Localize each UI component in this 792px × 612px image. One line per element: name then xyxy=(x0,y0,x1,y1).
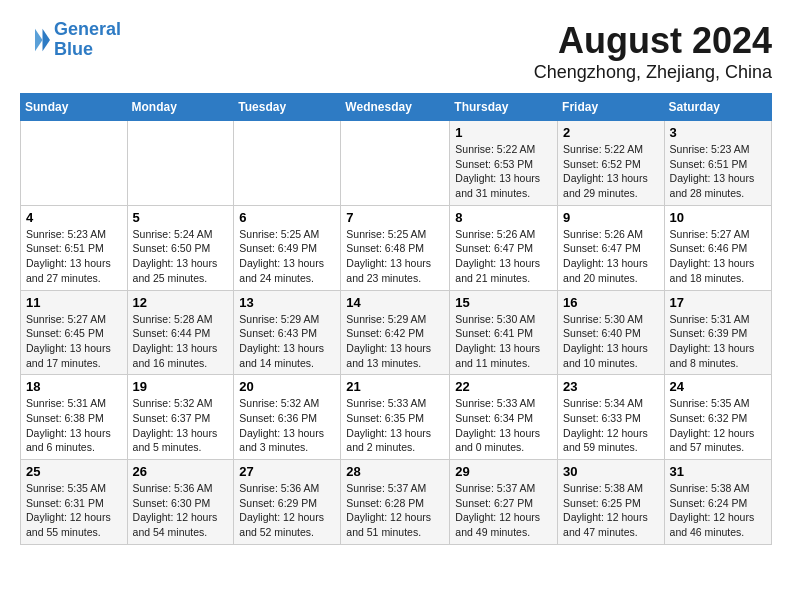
day-info: Sunrise: 5:22 AM Sunset: 6:53 PM Dayligh… xyxy=(455,142,552,201)
day-info: Sunrise: 5:38 AM Sunset: 6:24 PM Dayligh… xyxy=(670,481,766,540)
day-info: Sunrise: 5:23 AM Sunset: 6:51 PM Dayligh… xyxy=(26,227,122,286)
logo-icon xyxy=(20,25,50,55)
day-cell: 18Sunrise: 5:31 AM Sunset: 6:38 PM Dayli… xyxy=(21,375,128,460)
day-number: 8 xyxy=(455,210,552,225)
day-cell: 28Sunrise: 5:37 AM Sunset: 6:28 PM Dayli… xyxy=(341,460,450,545)
day-cell: 16Sunrise: 5:30 AM Sunset: 6:40 PM Dayli… xyxy=(558,290,665,375)
day-info: Sunrise: 5:36 AM Sunset: 6:30 PM Dayligh… xyxy=(133,481,229,540)
day-number: 31 xyxy=(670,464,766,479)
day-info: Sunrise: 5:31 AM Sunset: 6:38 PM Dayligh… xyxy=(26,396,122,455)
calendar: SundayMondayTuesdayWednesdayThursdayFrid… xyxy=(20,93,772,545)
day-info: Sunrise: 5:26 AM Sunset: 6:47 PM Dayligh… xyxy=(455,227,552,286)
day-number: 4 xyxy=(26,210,122,225)
week-row-5: 25Sunrise: 5:35 AM Sunset: 6:31 PM Dayli… xyxy=(21,460,772,545)
day-cell: 27Sunrise: 5:36 AM Sunset: 6:29 PM Dayli… xyxy=(234,460,341,545)
day-cell: 1Sunrise: 5:22 AM Sunset: 6:53 PM Daylig… xyxy=(450,121,558,206)
month-title: August 2024 xyxy=(534,20,772,62)
day-cell xyxy=(127,121,234,206)
day-cell: 31Sunrise: 5:38 AM Sunset: 6:24 PM Dayli… xyxy=(664,460,771,545)
day-info: Sunrise: 5:29 AM Sunset: 6:42 PM Dayligh… xyxy=(346,312,444,371)
day-cell: 26Sunrise: 5:36 AM Sunset: 6:30 PM Dayli… xyxy=(127,460,234,545)
day-info: Sunrise: 5:37 AM Sunset: 6:28 PM Dayligh… xyxy=(346,481,444,540)
weekday-header-thursday: Thursday xyxy=(450,94,558,121)
day-number: 7 xyxy=(346,210,444,225)
day-info: Sunrise: 5:31 AM Sunset: 6:39 PM Dayligh… xyxy=(670,312,766,371)
day-info: Sunrise: 5:24 AM Sunset: 6:50 PM Dayligh… xyxy=(133,227,229,286)
title-block: August 2024 Chengzhong, Zhejiang, China xyxy=(534,20,772,83)
logo-line1: General xyxy=(54,19,121,39)
day-number: 6 xyxy=(239,210,335,225)
week-row-4: 18Sunrise: 5:31 AM Sunset: 6:38 PM Dayli… xyxy=(21,375,772,460)
day-cell: 7Sunrise: 5:25 AM Sunset: 6:48 PM Daylig… xyxy=(341,205,450,290)
logo-text: General Blue xyxy=(54,20,121,60)
day-number: 20 xyxy=(239,379,335,394)
day-info: Sunrise: 5:30 AM Sunset: 6:40 PM Dayligh… xyxy=(563,312,659,371)
day-info: Sunrise: 5:23 AM Sunset: 6:51 PM Dayligh… xyxy=(670,142,766,201)
day-cell: 15Sunrise: 5:30 AM Sunset: 6:41 PM Dayli… xyxy=(450,290,558,375)
day-number: 15 xyxy=(455,295,552,310)
day-cell xyxy=(234,121,341,206)
day-info: Sunrise: 5:25 AM Sunset: 6:48 PM Dayligh… xyxy=(346,227,444,286)
location-title: Chengzhong, Zhejiang, China xyxy=(534,62,772,83)
day-info: Sunrise: 5:29 AM Sunset: 6:43 PM Dayligh… xyxy=(239,312,335,371)
weekday-header-row: SundayMondayTuesdayWednesdayThursdayFrid… xyxy=(21,94,772,121)
day-number: 22 xyxy=(455,379,552,394)
day-cell xyxy=(341,121,450,206)
day-info: Sunrise: 5:27 AM Sunset: 6:46 PM Dayligh… xyxy=(670,227,766,286)
day-number: 1 xyxy=(455,125,552,140)
week-row-2: 4Sunrise: 5:23 AM Sunset: 6:51 PM Daylig… xyxy=(21,205,772,290)
day-cell: 23Sunrise: 5:34 AM Sunset: 6:33 PM Dayli… xyxy=(558,375,665,460)
day-info: Sunrise: 5:28 AM Sunset: 6:44 PM Dayligh… xyxy=(133,312,229,371)
page-header: General Blue August 2024 Chengzhong, Zhe… xyxy=(20,20,772,83)
day-cell: 2Sunrise: 5:22 AM Sunset: 6:52 PM Daylig… xyxy=(558,121,665,206)
day-number: 18 xyxy=(26,379,122,394)
weekday-header-saturday: Saturday xyxy=(664,94,771,121)
day-number: 11 xyxy=(26,295,122,310)
day-cell: 6Sunrise: 5:25 AM Sunset: 6:49 PM Daylig… xyxy=(234,205,341,290)
day-cell: 11Sunrise: 5:27 AM Sunset: 6:45 PM Dayli… xyxy=(21,290,128,375)
day-number: 27 xyxy=(239,464,335,479)
day-info: Sunrise: 5:32 AM Sunset: 6:37 PM Dayligh… xyxy=(133,396,229,455)
day-cell: 8Sunrise: 5:26 AM Sunset: 6:47 PM Daylig… xyxy=(450,205,558,290)
logo-line2: Blue xyxy=(54,39,93,59)
day-info: Sunrise: 5:22 AM Sunset: 6:52 PM Dayligh… xyxy=(563,142,659,201)
day-number: 17 xyxy=(670,295,766,310)
day-number: 28 xyxy=(346,464,444,479)
day-cell: 5Sunrise: 5:24 AM Sunset: 6:50 PM Daylig… xyxy=(127,205,234,290)
day-cell: 25Sunrise: 5:35 AM Sunset: 6:31 PM Dayli… xyxy=(21,460,128,545)
day-number: 26 xyxy=(133,464,229,479)
day-cell: 24Sunrise: 5:35 AM Sunset: 6:32 PM Dayli… xyxy=(664,375,771,460)
weekday-header-friday: Friday xyxy=(558,94,665,121)
weekday-header-monday: Monday xyxy=(127,94,234,121)
day-cell: 4Sunrise: 5:23 AM Sunset: 6:51 PM Daylig… xyxy=(21,205,128,290)
day-cell: 29Sunrise: 5:37 AM Sunset: 6:27 PM Dayli… xyxy=(450,460,558,545)
day-number: 29 xyxy=(455,464,552,479)
day-number: 23 xyxy=(563,379,659,394)
weekday-header-sunday: Sunday xyxy=(21,94,128,121)
week-row-3: 11Sunrise: 5:27 AM Sunset: 6:45 PM Dayli… xyxy=(21,290,772,375)
day-number: 10 xyxy=(670,210,766,225)
day-cell: 21Sunrise: 5:33 AM Sunset: 6:35 PM Dayli… xyxy=(341,375,450,460)
day-cell: 10Sunrise: 5:27 AM Sunset: 6:46 PM Dayli… xyxy=(664,205,771,290)
day-number: 5 xyxy=(133,210,229,225)
day-info: Sunrise: 5:36 AM Sunset: 6:29 PM Dayligh… xyxy=(239,481,335,540)
day-info: Sunrise: 5:33 AM Sunset: 6:34 PM Dayligh… xyxy=(455,396,552,455)
day-cell: 3Sunrise: 5:23 AM Sunset: 6:51 PM Daylig… xyxy=(664,121,771,206)
day-info: Sunrise: 5:32 AM Sunset: 6:36 PM Dayligh… xyxy=(239,396,335,455)
day-number: 3 xyxy=(670,125,766,140)
day-number: 30 xyxy=(563,464,659,479)
day-cell: 17Sunrise: 5:31 AM Sunset: 6:39 PM Dayli… xyxy=(664,290,771,375)
day-number: 13 xyxy=(239,295,335,310)
svg-marker-1 xyxy=(35,29,43,52)
logo: General Blue xyxy=(20,20,121,60)
day-info: Sunrise: 5:33 AM Sunset: 6:35 PM Dayligh… xyxy=(346,396,444,455)
day-cell: 9Sunrise: 5:26 AM Sunset: 6:47 PM Daylig… xyxy=(558,205,665,290)
day-info: Sunrise: 5:27 AM Sunset: 6:45 PM Dayligh… xyxy=(26,312,122,371)
day-info: Sunrise: 5:34 AM Sunset: 6:33 PM Dayligh… xyxy=(563,396,659,455)
day-number: 24 xyxy=(670,379,766,394)
day-number: 9 xyxy=(563,210,659,225)
day-info: Sunrise: 5:25 AM Sunset: 6:49 PM Dayligh… xyxy=(239,227,335,286)
day-cell xyxy=(21,121,128,206)
day-info: Sunrise: 5:35 AM Sunset: 6:32 PM Dayligh… xyxy=(670,396,766,455)
day-info: Sunrise: 5:37 AM Sunset: 6:27 PM Dayligh… xyxy=(455,481,552,540)
